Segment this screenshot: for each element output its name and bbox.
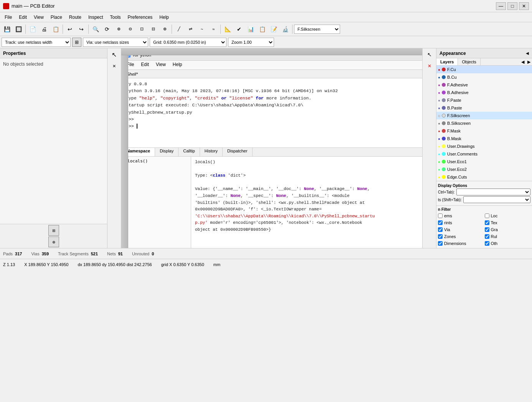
menu-place[interactable]: Place [48,14,65,21]
filter-rul-checkbox[interactable] [485,234,489,239]
route-diff-button[interactable]: ⇌ [185,24,196,35]
ctrl-tab-select[interactable] [456,189,530,195]
grid-toggle-button[interactable]: ⊞ [48,225,59,236]
menu-help[interactable]: Help [156,14,172,21]
layer-color-bpaste [442,106,446,110]
output-value6: p.py' mode='r' encoding='cp65001'>, 'not… [195,220,422,227]
plot-button[interactable]: 📋 [50,24,61,35]
escape-button[interactable]: ✕ [109,61,120,71]
kipython-menu-edit[interactable]: Edit [138,61,152,69]
zoom-center-button[interactable]: ⊕ [159,24,170,35]
layer-item-fadhesive[interactable]: ● F.Adhesive [436,81,532,89]
route-single-button[interactable]: ╱ [173,24,184,35]
tab-calltip[interactable]: Calltip [178,148,200,156]
filter-rints-checkbox[interactable] [438,220,443,225]
nav-next-button[interactable]: ▶ [526,58,532,65]
zoom-select[interactable]: Zoom 1.00 [228,38,274,47]
layer-item-fcu[interactable]: ● F.Cu [436,66,532,73]
drc-button[interactable]: ✔ [234,24,245,35]
track-width-select[interactable]: Track: use netclass width [2,38,71,47]
undo-button[interactable]: ↩ [64,24,75,35]
close-button[interactable]: ✕ [519,2,529,10]
menu-file[interactable]: File [2,14,15,21]
layer-item-fsilkscreen[interactable]: ● F.Silkscreen [436,112,532,119]
open-button[interactable]: 📄 [27,24,38,35]
terminal-prompt-2[interactable]: >>> ​ [126,123,422,130]
layer-item-fpaste[interactable]: ● F.Paste [436,96,532,104]
menu-view[interactable]: View [31,14,47,21]
filter-loc-checkbox[interactable] [485,213,489,218]
filter-gra-checkbox[interactable] [485,227,489,232]
print-button[interactable]: 🖨 [39,24,50,35]
title-bar: main — PCB Editor — □ ✕ [0,0,532,12]
appearance-chevron[interactable]: ◀ [526,51,529,55]
layer-item-edgecuts[interactable]: ● Edge.Cuts [436,173,532,181]
layer-item-bsilkscreen[interactable]: ● B.Silkscreen [436,119,532,127]
schematic-button[interactable]: 📋 [257,24,268,35]
track-mode-button[interactable]: ⊞ [72,38,81,47]
properties-title: Properties [3,51,26,56]
netlist-button[interactable]: 📊 [245,24,256,35]
filter-via-checkbox[interactable] [438,227,443,232]
zoom-fit2-button[interactable]: ⊟ [148,24,159,35]
z-label: Z 1.13 [3,262,15,267]
menu-tools[interactable]: Tools [107,14,124,21]
layer-item-bpaste[interactable]: ● B.Paste [436,104,532,112]
layer-item-usercomments[interactable]: ● User.Comments [436,150,532,158]
kipython-terminal[interactable]: Py 0.9.8 Python 3.9.16 (main, May 18 202… [122,78,422,147]
kipython-bottom-tabs: Namespace Display Calltip History Dispat… [122,147,422,157]
tab-display[interactable]: Display [155,148,178,156]
tab-objects[interactable]: Objects [458,58,480,65]
select-button[interactable]: ↖ [109,49,120,60]
layer-color-fcu [442,68,446,71]
netinspect-button[interactable]: 🔬 [280,24,291,35]
layer-item-usereco1[interactable]: ● User.Eco1 [436,158,532,165]
layer-item-bcu[interactable]: ● B.Cu [436,73,532,81]
tab-dispatcher[interactable]: Dispatcher [223,148,253,156]
layer-name-usereco1: User.Eco1 [447,159,467,164]
layer-item-bmask[interactable]: ● B.Mask [436,135,532,142]
zoom-in-button[interactable]: ⊕ [113,24,124,35]
nav-prev-button[interactable]: ◀ [520,58,526,65]
tab-history[interactable]: History [200,148,223,156]
cursor-button[interactable]: ↖ [424,49,435,60]
kipython-menu-view[interactable]: View [153,61,169,69]
layer-name-fadhesive: F.Adhesive [447,83,468,87]
scripting-button[interactable]: 📝 [268,24,279,35]
filter-zones-checkbox[interactable] [438,234,443,239]
layer-item-fmask[interactable]: ● F.Mask [436,127,532,135]
new-schematic-button[interactable]: 🔲 [13,24,24,35]
locals-item[interactable]: + locals() [124,158,189,164]
menu-preferences[interactable]: Preferences [125,14,156,21]
polar-toggle-button[interactable]: ⊕ [48,237,59,247]
zoom-out-button[interactable]: ⊖ [125,24,135,35]
layer-selector[interactable]: F.Silkscreen F.Cu B.Cu [294,25,340,34]
layer-item-userdrawings[interactable]: ● User.Drawings [436,142,532,150]
zoom-fit-button[interactable]: ⊡ [136,24,147,35]
layer-item-usereco2[interactable]: ● User.Eco2 [436,165,532,173]
filter-oth-checkbox[interactable] [485,241,489,246]
maximize-button[interactable]: □ [507,2,517,10]
menu-route[interactable]: Route [66,14,84,21]
filter-ems-checkbox[interactable] [438,213,443,218]
redo-button[interactable]: ↪ [76,24,87,35]
refresh-button[interactable]: ⟳ [102,24,112,35]
tune-single-button[interactable]: ~ [197,24,207,35]
filter-tex-checkbox[interactable] [485,220,489,225]
escape-right-button[interactable]: ✕ [424,61,435,71]
find-button[interactable]: 🔍 [90,24,101,35]
via-size-select[interactable]: Via: use netclass sizes [83,38,148,47]
board-setup-button[interactable]: 📐 [222,24,233,35]
filter-dimensions-checkbox[interactable] [438,241,443,246]
tab-layers[interactable]: Layers [436,58,458,65]
tune-diff-button[interactable]: ≈ [208,24,219,35]
save-button[interactable]: 💾 [2,24,12,35]
kipython-menu-help[interactable]: Help [170,61,185,69]
minimize-button[interactable]: — [496,2,506,10]
canvas-area[interactable]: Size: A4 Date KiCad E.d.d. kicad 7.0.8 P… [121,48,422,248]
shift-tab-select[interactable] [463,196,530,203]
layer-item-badhesive[interactable]: ● B.Adhesive [436,89,532,96]
menu-inspect[interactable]: Inspect [85,14,106,21]
grid-select[interactable]: Grid: 0.6350 mm (0.0250 in) [150,38,226,47]
menu-edit[interactable]: Edit [16,14,30,21]
